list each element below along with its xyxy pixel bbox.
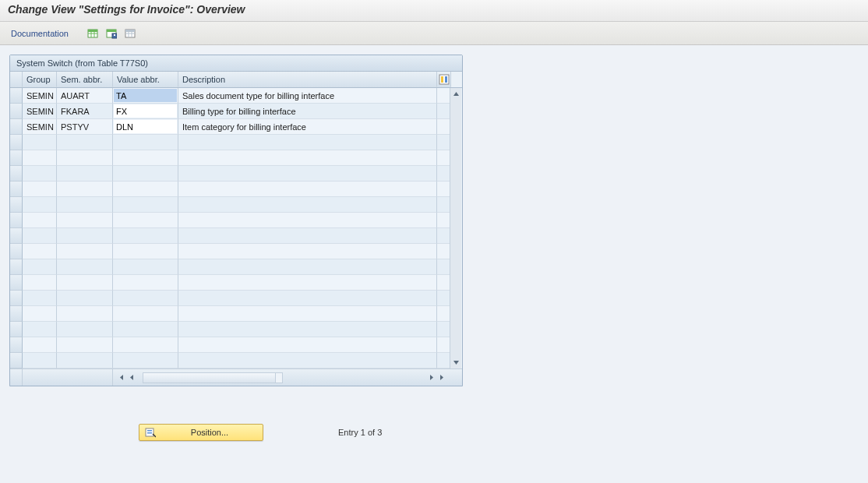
row-selector[interactable] [10,306,23,322]
table-row [10,182,462,197]
row-selector[interactable] [10,337,23,353]
cell-group [23,244,57,259]
cell-description: Item category for billing interface [178,119,437,135]
cell-description [178,275,437,291]
column-header-description[interactable]: Description [178,72,437,87]
table-row[interactable]: SEMINPSTYVItem category for billing inte… [10,119,462,135]
cell-value-abbr [113,166,178,182]
column-header-selector[interactable] [10,72,23,87]
cell-description: Sales document type for billing interfac… [178,88,437,104]
application-toolbar: Documentation ©www.tutorialkart.com [0,22,868,45]
row-selector[interactable] [10,275,23,291]
cell-value-abbr [113,228,178,244]
cell-description [178,213,437,228]
table-row [10,291,462,306]
scroll-first-icon[interactable] [116,373,125,383]
table-row [10,244,462,259]
row-selector[interactable] [10,353,23,368]
row-selector[interactable] [10,197,23,213]
cell-sem-abbr [57,166,113,182]
cell-sem-abbr [57,306,113,322]
column-config-button[interactable] [437,72,451,87]
cell-group [23,182,57,197]
row-selector[interactable] [10,213,23,228]
table-row [10,166,462,182]
row-selector[interactable] [10,166,23,182]
cell-description [178,353,437,368]
value-abbr-input[interactable] [114,120,177,133]
cell-group [23,166,57,182]
system-switch-panel: System Switch (from Table T77S0) Group S… [9,55,463,386]
horizontal-scrollbar [10,368,462,386]
panel-title: System Switch (from Table T77S0) [10,55,462,72]
row-selector[interactable] [10,259,23,275]
cell-value-abbr [113,275,178,291]
scroll-last-icon[interactable] [437,373,446,383]
row-selector[interactable] [10,150,23,166]
row-selector[interactable] [10,291,23,306]
table-green-icon[interactable] [86,26,100,41]
hscroll-thumb[interactable] [143,373,276,383]
cell-sem-abbr [57,213,113,228]
cell-value-abbr [113,353,178,368]
scroll-up-icon[interactable] [452,90,460,98]
cell-value-abbr [113,291,178,306]
cell-sem-abbr [57,228,113,244]
cell-value-abbr [113,322,178,337]
column-header-group[interactable]: Group [23,72,57,87]
column-header-sem-abbr[interactable]: Sem. abbr. [57,72,113,87]
cell-value-abbr [113,119,178,135]
cell-description [178,291,437,306]
value-abbr-input[interactable] [114,89,177,102]
row-selector[interactable] [10,182,23,197]
cell-description [178,135,437,150]
scroll-left-icon[interactable] [127,373,136,383]
cell-sem-abbr: FKARA [57,104,113,119]
vertical-scrollbar[interactable] [450,88,461,368]
column-header-value-abbr[interactable]: Value abbr. [113,72,178,87]
hscroll-track[interactable] [143,372,283,383]
page-title: Change View "Settings for Invoice": Over… [0,0,868,22]
cell-description [178,259,437,275]
cell-sem-abbr [57,322,113,337]
cell-description [178,166,437,182]
cell-group [23,275,57,291]
table-row [10,353,462,368]
cell-group: SEMIN [23,119,57,135]
cell-group [23,259,57,275]
cell-group [23,291,57,306]
table-display-icon[interactable] [123,26,137,41]
documentation-button[interactable]: Documentation [8,27,72,40]
scroll-down-icon[interactable] [452,358,460,367]
row-selector[interactable] [10,104,23,119]
cell-value-abbr [113,104,178,119]
row-selector[interactable] [10,88,23,104]
scroll-right-icon[interactable] [426,373,436,383]
cell-description [178,150,437,166]
table-row [10,228,462,244]
cell-sem-abbr [57,150,113,166]
value-abbr-input[interactable] [114,104,177,118]
table-row[interactable]: SEMINAUARTSales document type for billin… [10,88,462,104]
row-selector[interactable] [10,244,23,259]
svg-rect-16 [445,76,447,83]
table-save-icon[interactable] [104,26,118,41]
row-selector[interactable] [10,322,23,337]
position-button-label: Position... [161,428,258,437]
cell-value-abbr [113,244,178,259]
cell-sem-abbr [57,291,113,306]
table-row [10,275,462,291]
cell-sem-abbr [57,182,113,197]
svg-rect-19 [147,432,152,434]
row-selector[interactable] [10,119,23,135]
cell-value-abbr [113,88,178,104]
table-row[interactable]: SEMINFKARABilling type for billing inter… [10,104,462,119]
row-selector[interactable] [10,228,23,244]
cell-sem-abbr [57,197,113,213]
row-selector[interactable] [10,135,23,150]
cell-description [178,244,437,259]
table-row [10,150,462,166]
position-button[interactable]: Position... [139,424,263,441]
cell-group [23,322,57,337]
table-row [10,337,462,353]
